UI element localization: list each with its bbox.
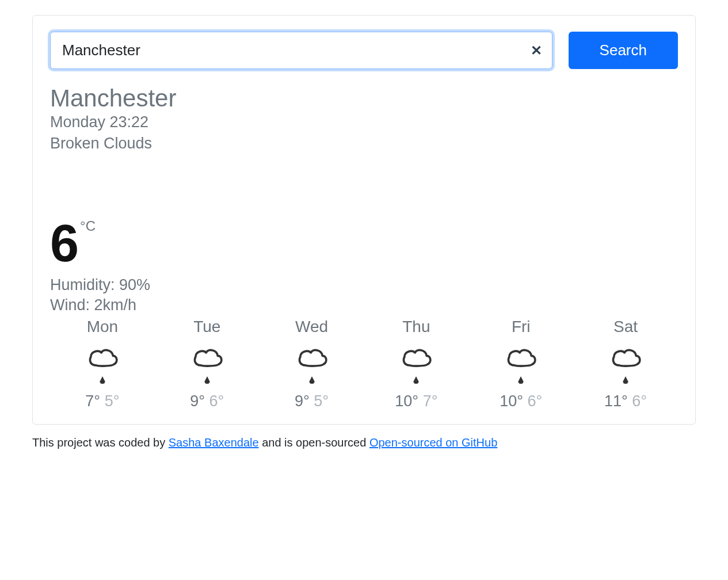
humidity-line: Humidity: 90% [50, 275, 678, 295]
forecast-high: 10° [500, 392, 523, 410]
city-search-input[interactable] [50, 32, 552, 69]
cloud-drizzle-icon [82, 345, 123, 387]
forecast-high: 10° [395, 392, 418, 410]
footer-middle: and is open-sourced [259, 436, 369, 449]
search-button[interactable]: Search [569, 32, 678, 69]
forecast-col: Sat11° 6° [573, 318, 678, 410]
footer-prefix: This project was coded by [32, 436, 169, 449]
footer-author-link[interactable]: Sasha Baxendale [169, 436, 259, 449]
forecast-day-label: Tue [155, 318, 260, 336]
forecast-high: 9° [295, 392, 310, 410]
forecast-col: Wed9° 5° [260, 318, 364, 410]
current-stats: Humidity: 90% Wind: 2km/h [50, 275, 678, 315]
cloud-drizzle-icon [186, 345, 228, 387]
forecast-col: Tue9° 6° [155, 318, 260, 410]
forecast-temps: 7° 5° [50, 392, 155, 410]
cloud-drizzle-icon [605, 345, 646, 387]
clear-input-icon[interactable]: ✕ [531, 44, 542, 58]
forecast-day-label: Sat [573, 318, 678, 336]
footer-github-link[interactable]: Open-sourced on GitHub [369, 436, 497, 449]
wind-line: Wind: 2km/h [50, 295, 678, 315]
search-input-wrap: ✕ [50, 32, 552, 69]
temperature-unit: °C [80, 218, 96, 234]
forecast-day-label: Mon [50, 318, 155, 336]
forecast-temps: 11° 6° [573, 392, 678, 410]
current-day-time: Monday 23:22 [50, 112, 678, 132]
forecast-low: 5° [105, 392, 120, 410]
cloud-drizzle-icon [395, 345, 437, 387]
forecast-col: Fri10° 6° [468, 318, 573, 410]
city-name: Manchester [50, 85, 678, 112]
current-temperature: 6 [50, 222, 79, 266]
forecast-low: 6° [632, 392, 647, 410]
forecast-col: Thu10° 7° [364, 318, 468, 410]
forecast-low: 6° [209, 392, 224, 410]
forecast-low: 6° [527, 392, 542, 410]
forecast-high: 7° [85, 392, 100, 410]
forecast-temps: 10° 7° [364, 392, 468, 410]
forecast-high: 11° [604, 392, 628, 410]
current-overview: Manchester Monday 23:22 Broken Clouds [50, 85, 678, 154]
forecast-low: 5° [314, 392, 329, 410]
forecast-day-label: Wed [260, 318, 364, 336]
forecast-day-label: Thu [364, 318, 468, 336]
cloud-drizzle-icon [291, 345, 333, 387]
forecast-day-label: Fri [468, 318, 573, 336]
footer: This project was coded by Sasha Baxendal… [32, 436, 696, 449]
forecast-temps: 9° 5° [260, 392, 364, 410]
weather-card: ✕ Search Manchester Monday 23:22 Broken … [32, 15, 696, 425]
current-description: Broken Clouds [50, 133, 678, 154]
forecast-low: 7° [423, 392, 438, 410]
forecast-col: Mon7° 5° [50, 318, 155, 410]
forecast-temps: 9° 6° [155, 392, 260, 410]
forecast-row: Mon7° 5°Tue9° 6°Wed9° 5°Thu10° 7°Fri10° … [50, 318, 678, 410]
temperature-row: 6 °C [50, 222, 678, 266]
cloud-drizzle-icon [500, 345, 542, 387]
forecast-high: 9° [190, 392, 205, 410]
forecast-temps: 10° 6° [468, 392, 573, 410]
search-row: ✕ Search [50, 32, 678, 69]
